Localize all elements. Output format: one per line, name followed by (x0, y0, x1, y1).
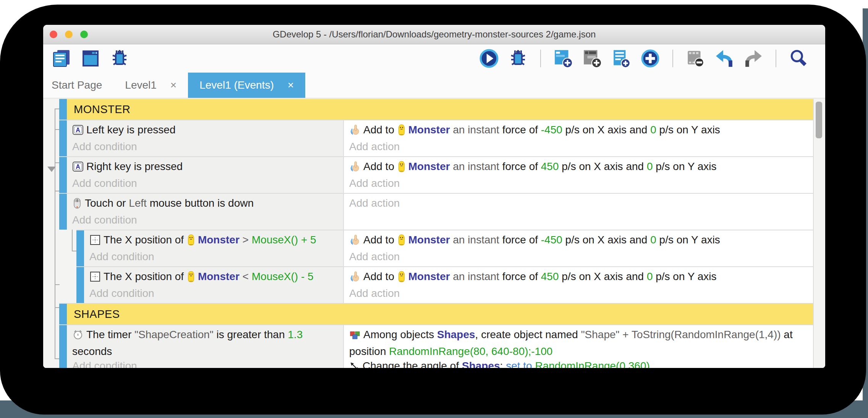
debug-icon[interactable] (508, 49, 528, 68)
play-icon[interactable] (479, 49, 499, 68)
text-segment: 450 (541, 160, 559, 172)
toolbar-right-group (479, 49, 808, 68)
condition-text[interactable]: Touch or Left mouse button is down (72, 196, 338, 213)
tab-label: Level1 (Events) (199, 79, 274, 91)
text-segment: an instant (450, 234, 502, 246)
action-text[interactable]: Change the angle of Shapes: set to Rando… (349, 359, 808, 368)
event-selection-bar (59, 325, 67, 368)
tab-label: Start Page (52, 79, 102, 91)
hand-force-icon (349, 161, 361, 176)
monster-icon (397, 124, 406, 139)
event-selection-bar (59, 99, 67, 120)
text-segment: : (500, 360, 506, 368)
condition-text[interactable]: The X position of Monster > MouseX() + 5 (89, 233, 338, 250)
redo-icon[interactable] (743, 49, 763, 68)
scene-editor-icon[interactable] (81, 49, 100, 68)
vertical-scrollbar-thumb[interactable] (815, 100, 823, 139)
add-action-link[interactable]: Add action (349, 139, 400, 154)
text-segment: Touch or (85, 197, 129, 209)
add-action-link[interactable]: Add action (349, 286, 400, 301)
action-text[interactable]: Add to Monster an instant force of 450 p… (349, 269, 808, 286)
actions-cell: Add to Monster an instant force of -450 … (344, 120, 813, 156)
undo-icon[interactable] (714, 49, 734, 68)
conditions-cell: The X position of Monster < MouseX() - 5… (84, 267, 344, 303)
text-segment: 0 (647, 271, 653, 282)
close-button[interactable] (50, 31, 57, 38)
action-text[interactable]: Add to Monster an instant force of -450 … (349, 233, 808, 250)
text-segment: < (240, 271, 252, 282)
add-action-wrap: Add action (349, 250, 400, 264)
text-segment: 1.3 (288, 329, 303, 340)
text-segment: p/s on Y axis (656, 124, 720, 136)
add-subevent-icon[interactable] (582, 49, 602, 68)
add-action-link[interactable]: Add action (349, 250, 400, 264)
event-selection-bar (59, 157, 67, 193)
text-segment: Monster (408, 234, 450, 246)
tab-level1-events[interactable]: Level1 (Events)× (188, 73, 305, 98)
action-text[interactable]: Add to Monster an instant force of 450 p… (349, 159, 808, 176)
add-condition-link[interactable]: Add condition (89, 286, 338, 301)
add-action-link[interactable]: Add action (349, 196, 400, 211)
condition-text[interactable]: ARight key is pressed (72, 159, 338, 176)
minimize-button[interactable] (65, 31, 73, 38)
project-manager-icon[interactable] (52, 49, 71, 68)
add-condition-link[interactable]: Add condition (89, 250, 338, 264)
text-segment: The X position of (104, 234, 187, 246)
event-selection-bar (76, 230, 84, 266)
group-row[interactable]: SHAPES (59, 303, 813, 324)
add-condition-link[interactable]: Add condition (72, 213, 338, 227)
text-segment: > (240, 234, 252, 246)
search-icon[interactable] (789, 49, 808, 68)
zoom-button[interactable] (80, 31, 88, 38)
text-segment: RandomInRange(80, 640-80);-100 (389, 345, 552, 357)
text-segment: p/s on X axis and (559, 271, 647, 282)
text-segment: -450 (541, 124, 562, 136)
remove-event-icon[interactable] (685, 49, 705, 68)
text-segment: Monster (408, 124, 450, 136)
text-segment: RandomInRange(0,360) (535, 360, 649, 368)
tab-close-icon[interactable]: × (288, 80, 294, 91)
tab-level1[interactable]: Level1× (113, 73, 188, 98)
tab-close-icon[interactable]: × (170, 80, 177, 91)
conditions-cell: Touch or Left mouse button is downAdd co… (67, 194, 344, 230)
tab-start-page[interactable]: Start Page (52, 73, 113, 98)
text-segment: Add to (363, 160, 397, 172)
add-condition-link[interactable]: Add condition (72, 359, 338, 368)
add-action-wrap: Add action (349, 286, 400, 301)
conditions-cell: ALeft key is pressedAdd condition (67, 120, 344, 156)
timer-icon (72, 329, 84, 344)
event-row: The X position of Monster < MouseX() - 5… (76, 266, 813, 303)
hand-force-icon (349, 234, 361, 250)
actions-cell: Among objects Shapes, create object name… (344, 325, 813, 368)
position-icon (89, 271, 101, 286)
add-circle-icon[interactable] (640, 49, 660, 68)
add-condition-link[interactable]: Add condition (72, 139, 338, 154)
condition-text[interactable]: The X position of Monster < MouseX() - 5 (89, 269, 338, 286)
text-segment: 0 (650, 124, 656, 136)
text-segment: force of (502, 124, 541, 136)
add-event-icon[interactable] (553, 49, 573, 68)
add-condition-link[interactable]: Add condition (72, 176, 338, 191)
actions-cell: Add to Monster an instant force of -450 … (344, 230, 813, 266)
text-segment: is greater than (214, 329, 288, 340)
text-segment: an instant (450, 124, 502, 136)
event-selection-bar (59, 120, 67, 156)
text-segment: p/s on Y axis (653, 271, 716, 282)
action-text[interactable]: Among objects Shapes, create object name… (349, 327, 808, 359)
debug-icon[interactable] (110, 49, 130, 68)
text-segment: Left key is pressed (86, 124, 175, 136)
toolbar-divider (540, 50, 541, 67)
text-segment: Left (129, 197, 147, 209)
condition-text[interactable]: The timer "ShapeCreation" is greater tha… (72, 327, 338, 359)
group-row[interactable]: MONSTER (59, 99, 813, 120)
svg-text:A: A (76, 164, 80, 170)
text-segment: Add to (363, 234, 397, 246)
collapse-event-triangle-icon[interactable] (47, 167, 56, 172)
add-action-link[interactable]: Add action (349, 176, 400, 191)
action-text[interactable]: Add to Monster an instant force of -450 … (349, 123, 808, 139)
condition-text[interactable]: ALeft key is pressed (72, 123, 338, 139)
text-segment: Monster (198, 271, 240, 282)
add-comment-icon[interactable] (611, 49, 631, 68)
text-segment: The timer (86, 329, 134, 340)
event-selection-bar (59, 194, 67, 230)
